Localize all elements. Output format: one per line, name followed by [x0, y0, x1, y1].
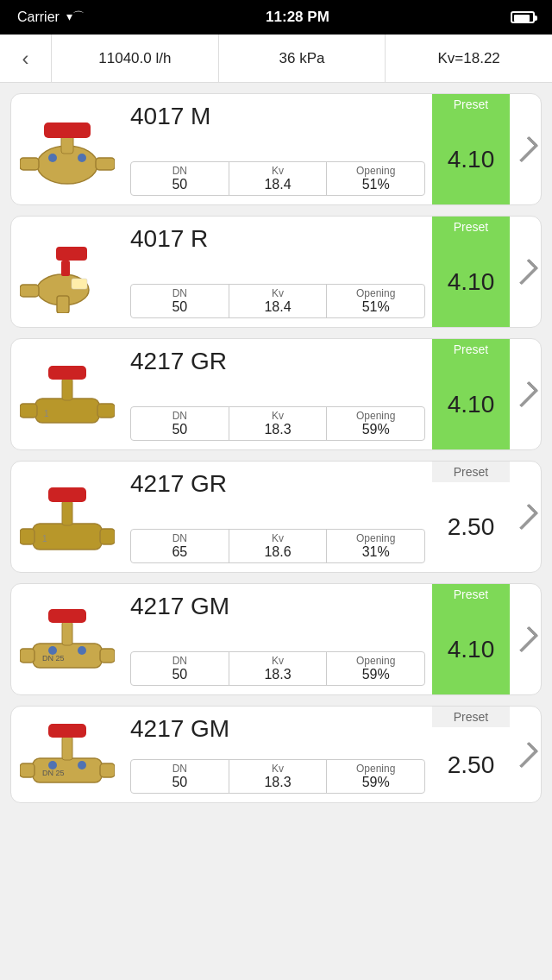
svg-point-5: [48, 154, 57, 162]
valve-image: 1: [11, 339, 123, 449]
dn-label: DN: [172, 763, 187, 775]
spec-dn: DN 50: [131, 407, 229, 440]
svg-text:1: 1: [42, 534, 47, 543]
svg-rect-26: [20, 649, 34, 663]
valve-card: 4017 R DN 50 Kv 18.4 Opening 51% Preset …: [10, 216, 542, 328]
opening-label: Opening: [356, 165, 395, 177]
valve-name: 4217 GM: [130, 593, 425, 620]
valve-image: [11, 217, 123, 327]
opening-label: Opening: [356, 410, 395, 422]
valve-detail-button[interactable]: [510, 94, 541, 204]
spec-kv: Kv 18.3: [229, 652, 328, 685]
preset-label: Preset: [432, 584, 510, 605]
valve-image: [11, 94, 123, 204]
valve-detail-button[interactable]: [510, 217, 541, 327]
valve-detail-button[interactable]: [510, 584, 541, 694]
preset-value: 4.10: [432, 237, 510, 327]
valve-card: 1 4217 GR DN 65 Kv 18.6 Opening 31%: [10, 461, 542, 573]
preset-label: Preset: [432, 707, 510, 727]
svg-rect-11: [61, 261, 70, 276]
svg-rect-16: [62, 378, 72, 400]
svg-rect-10: [56, 247, 87, 261]
preset-label: Preset: [432, 217, 510, 237]
opening-value: 59%: [362, 667, 390, 682]
svg-rect-29: [48, 609, 86, 623]
spec-dn: DN 50: [131, 285, 229, 317]
svg-rect-34: [20, 763, 34, 777]
svg-point-6: [78, 154, 86, 162]
valve-specs: DN 50 Kv 18.3 Opening 59%: [130, 651, 425, 686]
kv-value: 18.3: [264, 667, 291, 682]
valve-preset-area: Preset 4.10: [432, 339, 510, 449]
valve-name: 4217 GR: [130, 470, 425, 498]
valve-name: 4217 GR: [130, 348, 425, 375]
valve-preset-area: Preset 2.50: [432, 707, 510, 802]
valve-detail-button[interactable]: [510, 707, 541, 802]
kv-value: 18.4: [264, 299, 291, 315]
chevron-right-icon: [511, 625, 538, 652]
header-flow: 11040.0 l/h: [52, 35, 219, 82]
chevron-right-icon: [511, 503, 538, 530]
spec-kv: Kv 18.6: [229, 530, 328, 562]
kv-label: Kv: [272, 532, 284, 544]
valve-preset-area: Preset 4.10: [432, 94, 510, 204]
back-button[interactable]: ‹: [0, 35, 52, 82]
valve-specs: DN 50 Kv 18.4 Opening 51%: [130, 284, 425, 318]
opening-label: Opening: [356, 655, 395, 667]
status-bar: Carrier ▾⌒ 11:28 PM: [0, 0, 552, 35]
wifi-icon: ▾⌒: [66, 9, 85, 25]
valve-image: DN 25: [11, 707, 123, 802]
spec-opening: Opening 51%: [327, 285, 424, 317]
spec-opening: Opening 51%: [327, 162, 424, 195]
kv-value: 18.3: [264, 422, 291, 437]
valve-info: 4217 GM DN 50 Kv 18.3 Opening 59%: [123, 584, 432, 694]
svg-rect-27: [100, 649, 115, 663]
svg-point-31: [78, 646, 86, 655]
valve-specs: DN 65 Kv 18.6 Opening 31%: [130, 529, 425, 563]
opening-value: 51%: [362, 177, 390, 192]
svg-rect-14: [20, 404, 37, 418]
valve-preset-area: Preset 4.10: [432, 217, 510, 327]
kv-label: Kv: [272, 287, 284, 299]
opening-value: 31%: [362, 544, 390, 560]
svg-rect-17: [48, 366, 86, 380]
valve-card: 4017 M DN 50 Kv 18.4 Opening 51% Preset …: [10, 93, 542, 205]
chevron-right-icon: [511, 741, 538, 768]
svg-rect-21: [100, 529, 115, 544]
svg-rect-4: [44, 122, 91, 138]
svg-rect-35: [100, 763, 115, 777]
valve-card: 1 4217 GR DN 50 Kv 18.3 Opening 59%: [10, 338, 542, 450]
valve-specs: DN 50 Kv 18.3 Opening 59%: [130, 406, 425, 441]
valve-name: 4017 M: [130, 103, 425, 130]
dn-label: DN: [172, 165, 187, 177]
spec-opening: Opening 59%: [327, 652, 424, 685]
dn-label: DN: [172, 532, 187, 544]
dn-value: 50: [172, 667, 187, 682]
header-kv: Kv=18.22: [386, 35, 552, 82]
preset-label: Preset: [432, 339, 510, 360]
svg-rect-28: [62, 621, 72, 645]
back-icon: ‹: [22, 47, 29, 71]
header-stats: 11040.0 l/h 36 kPa Kv=18.22: [52, 35, 552, 82]
valve-detail-button[interactable]: [510, 339, 541, 449]
dn-value: 50: [172, 299, 187, 315]
status-left: Carrier ▾⌒: [17, 9, 85, 25]
status-right: [511, 11, 535, 23]
valve-info: 4017 M DN 50 Kv 18.4 Opening 51%: [123, 94, 432, 204]
spec-kv: Kv 18.3: [229, 407, 328, 440]
svg-rect-2: [96, 158, 115, 170]
spec-kv: Kv 18.4: [229, 285, 328, 317]
svg-rect-8: [57, 296, 69, 313]
header-pressure: 36 kPa: [219, 35, 386, 82]
valve-specs: DN 50 Kv 18.4 Opening 51%: [130, 161, 425, 196]
valve-card: DN 25 4217 GM DN 50 Kv 18.3 Opening 59%: [10, 706, 542, 803]
preset-label: Preset: [432, 462, 510, 482]
preset-value: 2.50: [432, 727, 510, 802]
svg-rect-37: [48, 724, 86, 738]
valve-preset-area: Preset 4.10: [432, 584, 510, 694]
valve-detail-button[interactable]: [510, 462, 541, 572]
preset-value: 4.10: [432, 605, 510, 694]
valve-card: DN 25 4217 GM DN 50 Kv 18.3 Opening 59%: [10, 583, 542, 695]
valve-info: 4217 GR DN 65 Kv 18.6 Opening 31%: [123, 462, 432, 572]
chevron-right-icon: [511, 258, 538, 285]
